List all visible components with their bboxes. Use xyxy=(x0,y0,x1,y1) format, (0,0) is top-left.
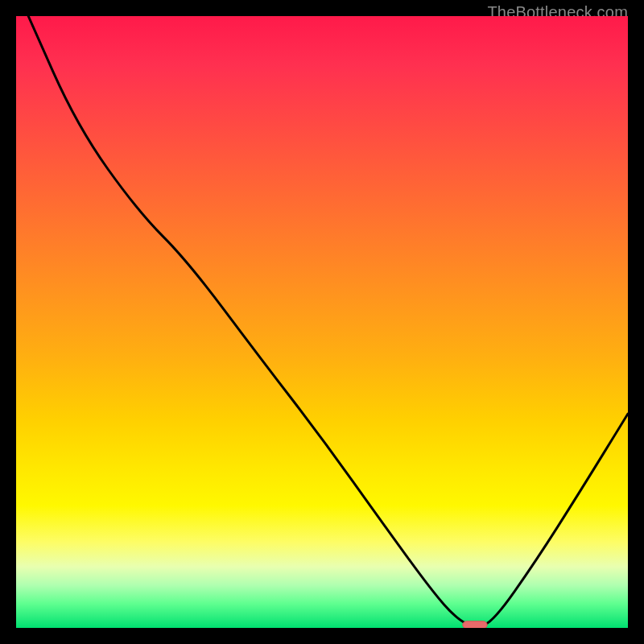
optimal-point-marker xyxy=(463,621,487,628)
curve-svg xyxy=(16,16,628,628)
plot-area xyxy=(16,16,628,628)
bottleneck-curve xyxy=(28,16,628,626)
chart-container: TheBottleneck.com xyxy=(0,0,644,644)
